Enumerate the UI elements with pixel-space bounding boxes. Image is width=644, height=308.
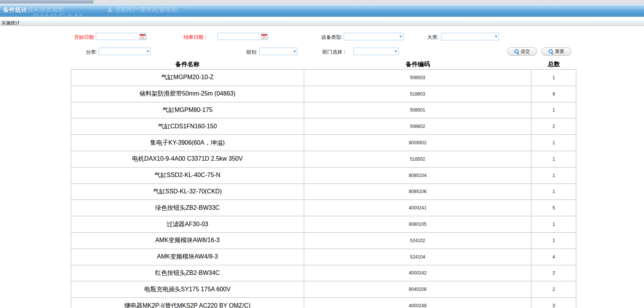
table-row: 电机DAX10-9-4A00 C3371D 2.5kw 350V 518502 … xyxy=(71,151,576,168)
device-type-select[interactable]: ▾ xyxy=(344,33,403,40)
spare-name-cell: AMK变频模块AW4/8-3 xyxy=(71,249,304,265)
spare-total-cell: 2 xyxy=(531,281,576,297)
table-row: 电瓶充电插头SY175 175A 600V 8040208 2 xyxy=(71,281,576,298)
spare-name-cell: 继电器MK2P-I(替代MKS2P AC220 BY OMZ/C) xyxy=(71,298,304,308)
spare-name-cell: 电机DAX10-9-4A00 C3371D 2.5kw 350V xyxy=(71,151,304,167)
department-label: 部门选择： xyxy=(322,49,347,56)
table-row: 气缸MGPM20-10-Z 508503 1 xyxy=(71,70,576,86)
spare-code-cell: 524104 xyxy=(304,249,531,265)
spare-total-cell: 1 xyxy=(531,135,576,151)
section-header-bar: 实施统计 xyxy=(0,19,644,26)
spare-code-cell: 508501 xyxy=(304,102,531,118)
reset-button[interactable]: 重置 xyxy=(541,47,571,56)
spare-name-cell: 红色按钮头ZB2-BW34C xyxy=(71,265,304,281)
spare-code-cell: 8080105 xyxy=(304,216,531,232)
section-title: 实施统计 xyxy=(2,20,20,26)
spare-code-cell: 508602 xyxy=(304,118,531,134)
major-category-label: 大类: xyxy=(427,34,439,41)
table-row: 气缸SSD2-KL-40C-75-N 8085104 1 xyxy=(71,168,576,184)
current-user-area: 当前用户:管理员(管理员) xyxy=(107,6,178,13)
table-row: 气缸CDS1FN160-150 508602 2 xyxy=(71,118,576,135)
current-user-text: 当前用户:管理员(管理员) xyxy=(115,6,178,13)
submit-button[interactable]: 提交 xyxy=(507,47,537,56)
spare-total-cell: 2 xyxy=(531,118,576,134)
spare-total-cell: 2 xyxy=(531,265,576,281)
header-bar: PMOEAM 生益科技欢迎您 备件统计 当前用户:管理员(管理员) xyxy=(0,4,644,17)
spare-name-cell: 气缸MGPM20-10-Z xyxy=(71,70,304,86)
column-header-total: 总数 xyxy=(531,59,576,69)
submit-button-label: 提交 xyxy=(521,48,530,55)
spare-name-cell: 绿色按钮头ZB2-BW33C xyxy=(71,200,304,216)
chevron-down-icon: ▾ xyxy=(394,49,397,53)
spare-code-cell: 518603 xyxy=(304,86,531,102)
spare-name-cell: AMK变频模块AW8/16-3 xyxy=(71,233,304,249)
table-row: 集电子KY-3906(60A，坤溢) 8009302 1 xyxy=(71,135,576,151)
spare-total-cell: 1 xyxy=(531,168,576,184)
spare-name-cell: 电瓶充电插头SY175 175A 600V xyxy=(71,281,304,297)
column-header-name: 备件名称 xyxy=(71,59,304,69)
magnifier-icon xyxy=(514,49,519,54)
table-row: AMK变频模块AW4/8-3 524104 4 xyxy=(71,249,576,265)
end-date-calendar-icon[interactable] xyxy=(261,34,267,39)
spare-total-cell: 1 xyxy=(531,70,576,86)
spare-code-cell: 8040208 xyxy=(304,281,531,297)
spare-total-cell: 1 xyxy=(531,151,576,167)
table-row: 气缸MGPM80-175 508501 1 xyxy=(71,102,576,119)
spare-name-cell: 气缸SSD2-KL-40C-75-N xyxy=(71,168,304,184)
table-row: 绿色按钮头ZB2-BW33C 4000241 5 xyxy=(71,200,576,216)
table-row: 红色按钮头ZB2-BW34C 4000242 2 xyxy=(71,265,576,282)
user-icon xyxy=(107,7,113,12)
spare-code-cell: 8085104 xyxy=(304,168,531,184)
spare-code-cell: 4000242 xyxy=(304,265,531,281)
group-select[interactable]: ▾ xyxy=(259,48,297,55)
start-date-calendar-icon[interactable] xyxy=(140,34,146,39)
start-date-label: 开始日期： xyxy=(74,34,99,41)
spare-total-cell: 4 xyxy=(531,249,576,265)
table-row: 过滤器AF30-03 8080105 1 xyxy=(71,216,576,233)
table-row: 储料架防滑胶带50mm-25m (04863) 518603 9 xyxy=(71,86,576,102)
welcome-text: 生益科技欢迎您 xyxy=(22,6,64,13)
spare-code-cell: 524102 xyxy=(304,233,531,249)
spare-parts-table: 气缸MGPM20-10-Z 508503 1 储料架防滑胶带50mm-25m (… xyxy=(71,69,576,308)
department-select[interactable]: ▾ xyxy=(354,48,398,55)
spare-code-cell: 508503 xyxy=(304,70,531,86)
magnifier-icon xyxy=(549,49,554,54)
column-header-code: 备件编码 xyxy=(304,59,531,69)
table-header-row: 备件名称 备件编码 总数 xyxy=(71,59,576,69)
spare-code-cell: 4000241 xyxy=(304,200,531,216)
active-tab-indicator[interactable] xyxy=(0,0,94,3)
spare-total-cell: 1 xyxy=(531,233,576,249)
chevron-down-icon: ▾ xyxy=(399,35,402,38)
spare-name-cell: 气缸MGPM80-175 xyxy=(71,102,304,118)
spare-name-cell: 过滤器AF30-03 xyxy=(71,216,304,232)
spare-total-cell: 1 xyxy=(531,216,576,232)
chevron-down-icon: ▾ xyxy=(293,49,296,53)
reset-button-label: 重置 xyxy=(555,48,564,55)
spare-code-cell: 8085106 xyxy=(304,184,531,200)
spare-total-cell: 5 xyxy=(531,200,576,216)
spare-total-cell: 9 xyxy=(531,86,576,102)
chevron-down-icon: ▾ xyxy=(495,35,497,38)
chevron-down-icon: ▾ xyxy=(146,49,149,53)
end-date-input[interactable] xyxy=(217,33,268,40)
table-row: 气缸SSD-KL-32-70(CKD) 8085106 1 xyxy=(71,184,576,200)
category-select[interactable]: ▾ xyxy=(98,48,151,55)
start-date-input[interactable] xyxy=(96,33,147,40)
spare-total-cell: 1 xyxy=(531,102,576,118)
table-row: 继电器MK2P-I(替代MKS2P AC220 BY OMZ/C) 400024… xyxy=(71,298,576,308)
page-title: 备件统计 xyxy=(3,6,27,14)
device-type-label: 设备类型: xyxy=(321,34,343,41)
spare-name-cell: 集电子KY-3906(60A，坤溢) xyxy=(71,135,304,151)
spare-code-cell: 8009302 xyxy=(304,135,531,151)
spare-total-cell: 1 xyxy=(531,184,576,200)
major-category-select[interactable]: ▾ xyxy=(441,33,499,40)
spare-code-cell: 518502 xyxy=(304,151,531,167)
spare-name-cell: 气缸SSD-KL-32-70(CKD) xyxy=(71,184,304,200)
top-strip xyxy=(0,0,644,4)
end-date-label: 结束日期： xyxy=(184,34,208,41)
spare-code-cell: 4000248 xyxy=(304,298,531,308)
category-label: 分类: xyxy=(86,49,97,56)
group-label: 组别: xyxy=(246,49,258,56)
spare-name-cell: 气缸CDS1FN160-150 xyxy=(71,118,304,134)
spare-total-cell: 3 xyxy=(531,298,576,308)
